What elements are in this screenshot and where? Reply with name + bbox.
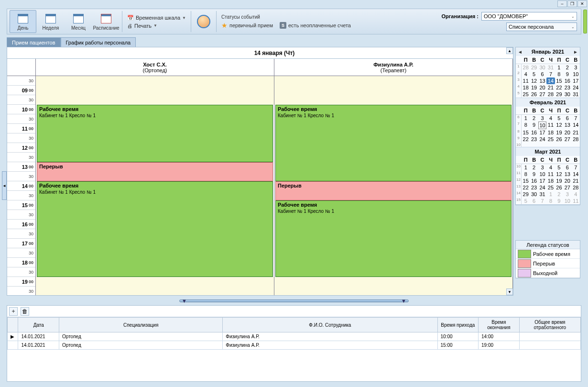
cal-day[interactable]: 11 bbox=[546, 122, 555, 129]
cal-day[interactable]: 10 bbox=[538, 122, 546, 129]
cal-day[interactable]: 2 bbox=[530, 115, 538, 122]
cal-day[interactable]: 17 bbox=[572, 77, 580, 84]
cal-day[interactable]: 10 bbox=[563, 198, 571, 204]
minimize-button[interactable]: – bbox=[557, 0, 567, 7]
cal-day[interactable]: 5 bbox=[530, 71, 538, 77]
cal-day[interactable]: 10 bbox=[572, 71, 580, 77]
cal-day[interactable]: 3 bbox=[572, 64, 580, 71]
cal-next-button[interactable]: ► bbox=[571, 49, 580, 55]
work-block[interactable]: Рабочее времяКабинет № 1 Кресло № 1 bbox=[37, 181, 273, 277]
cal-day[interactable]: 12 bbox=[555, 122, 563, 129]
cal-day[interactable]: 23 bbox=[563, 84, 571, 91]
cal-day[interactable]: 12 bbox=[530, 77, 538, 84]
cal-day[interactable]: 31 bbox=[546, 64, 555, 71]
cal-day[interactable]: 26 bbox=[555, 136, 563, 143]
horizontal-splitter[interactable]: ▼▼ bbox=[7, 299, 581, 303]
cal-day[interactable]: 23 bbox=[530, 184, 538, 191]
cal-day[interactable]: 31 bbox=[538, 191, 546, 198]
cal-day[interactable]: 16 bbox=[530, 129, 538, 136]
view-schedule-button[interactable]: Расписание bbox=[93, 10, 120, 33]
cal-day[interactable]: 11 bbox=[546, 171, 555, 177]
cal-day[interactable] bbox=[522, 143, 530, 147]
cal-day[interactable]: 12 bbox=[555, 171, 563, 177]
cal-day[interactable]: 27 bbox=[563, 184, 571, 191]
cal-day[interactable]: 15 bbox=[522, 177, 530, 184]
cal-day[interactable]: 7 bbox=[538, 198, 546, 204]
cal-day[interactable]: 22 bbox=[522, 184, 530, 191]
cal-day[interactable] bbox=[530, 143, 538, 147]
cal-day[interactable]: 4 bbox=[546, 164, 555, 171]
grid-header[interactable]: Время окончания bbox=[479, 318, 520, 332]
cal-day[interactable]: 19 bbox=[530, 84, 538, 91]
cal-day[interactable]: 4 bbox=[546, 115, 555, 122]
cal-day[interactable]: 24 bbox=[572, 84, 580, 91]
tab-staff-schedule[interactable]: График работы персонала bbox=[61, 37, 136, 48]
cal-day[interactable]: 30 bbox=[530, 191, 538, 198]
right-resizer[interactable] bbox=[583, 10, 587, 33]
cal-day[interactable]: 26 bbox=[530, 91, 538, 98]
cal-day[interactable]: 2 bbox=[563, 64, 571, 71]
cal-day[interactable]: 6 bbox=[563, 164, 571, 171]
cal-day[interactable]: 21 bbox=[546, 84, 555, 91]
cal-day[interactable]: 6 bbox=[538, 71, 546, 77]
cal-day[interactable]: 9 bbox=[563, 71, 571, 77]
cal-day[interactable]: 5 bbox=[555, 164, 563, 171]
scroll-up-button[interactable]: ▲ bbox=[506, 47, 513, 54]
cal-day[interactable]: 28 bbox=[572, 136, 580, 143]
cal-day[interactable]: 24 bbox=[538, 184, 546, 191]
cal-day[interactable]: 9 bbox=[555, 198, 563, 204]
cal-day[interactable]: 20 bbox=[563, 129, 571, 136]
organization-select[interactable]: ООО "ДОМОВЕР" ⌄ bbox=[481, 12, 577, 21]
cal-day[interactable]: 20 bbox=[538, 84, 546, 91]
table-row[interactable]: ▶14.01.2021ОртопедФизиулина А.Р.10:0014:… bbox=[8, 332, 581, 341]
cal-day[interactable]: 8 bbox=[522, 122, 530, 129]
cal-day[interactable]: 8 bbox=[546, 198, 555, 204]
break-block[interactable]: Перерыв bbox=[37, 162, 273, 181]
cal-day[interactable]: 2 bbox=[555, 191, 563, 198]
cal-day[interactable]: 11 bbox=[522, 77, 530, 84]
cal-day[interactable]: 14 bbox=[546, 77, 555, 84]
cal-day[interactable]: 28 bbox=[546, 91, 555, 98]
break-block[interactable]: Перерыв bbox=[275, 181, 512, 200]
cal-day[interactable]: 9 bbox=[530, 171, 538, 177]
cal-day[interactable]: 13 bbox=[563, 122, 571, 129]
cal-day[interactable]: 6 bbox=[530, 198, 538, 204]
cal-day[interactable]: 18 bbox=[546, 177, 555, 184]
cal-day[interactable]: 21 bbox=[572, 129, 580, 136]
close-button[interactable]: ✕ bbox=[577, 0, 587, 7]
cal-day[interactable]: 3 bbox=[563, 191, 571, 198]
cal-day[interactable]: 8 bbox=[522, 171, 530, 177]
cal-day[interactable]: 14 bbox=[572, 171, 580, 177]
cal-day[interactable] bbox=[546, 143, 555, 147]
cal-day[interactable]: 25 bbox=[546, 136, 555, 143]
cal-day[interactable]: 19 bbox=[555, 129, 563, 136]
cal-day[interactable]: 8 bbox=[555, 71, 563, 77]
cal-day[interactable]: 15 bbox=[522, 129, 530, 136]
cal-day[interactable]: 18 bbox=[546, 129, 555, 136]
cal-day[interactable]: 19 bbox=[555, 177, 563, 184]
cal-day[interactable]: 24 bbox=[538, 136, 546, 143]
cal-day[interactable]: 16 bbox=[563, 77, 571, 84]
cal-prev-button[interactable]: ◄ bbox=[516, 49, 524, 55]
expand-left-handle[interactable]: ◄ bbox=[2, 171, 7, 200]
cal-day[interactable]: 13 bbox=[563, 171, 571, 177]
view-month-button[interactable]: Месяц bbox=[65, 10, 92, 33]
schedule-column-0[interactable]: Рабочее времяКабинет № 1 Кресло № 1Перер… bbox=[36, 76, 274, 295]
cal-day[interactable]: 29 bbox=[530, 64, 538, 71]
cal-day[interactable]: 30 bbox=[563, 91, 571, 98]
cal-day[interactable]: 20 bbox=[563, 177, 571, 184]
timeline-button[interactable]: 📅 Временная шкала ▼ bbox=[127, 15, 186, 21]
cal-day[interactable]: 21 bbox=[572, 177, 580, 184]
cal-day[interactable]: 1 bbox=[522, 115, 530, 122]
cal-day[interactable]: 25 bbox=[522, 91, 530, 98]
work-block[interactable]: Рабочее времяКабинет № 1 Кресло № 1 bbox=[37, 105, 273, 162]
cal-day[interactable]: 15 bbox=[555, 77, 563, 84]
view-week-button[interactable]: Неделя bbox=[37, 10, 64, 33]
cal-day[interactable]: 13 bbox=[538, 77, 546, 84]
cal-day[interactable]: 29 bbox=[555, 91, 563, 98]
tab-patients[interactable]: Прием пациентов bbox=[7, 37, 61, 48]
cal-day[interactable]: 4 bbox=[522, 71, 530, 77]
cal-day[interactable]: 3 bbox=[538, 115, 546, 122]
scroll-down-button[interactable]: ▼ bbox=[506, 288, 513, 295]
grid-header[interactable]: Ф.И.О. Сотрудника bbox=[223, 318, 437, 332]
